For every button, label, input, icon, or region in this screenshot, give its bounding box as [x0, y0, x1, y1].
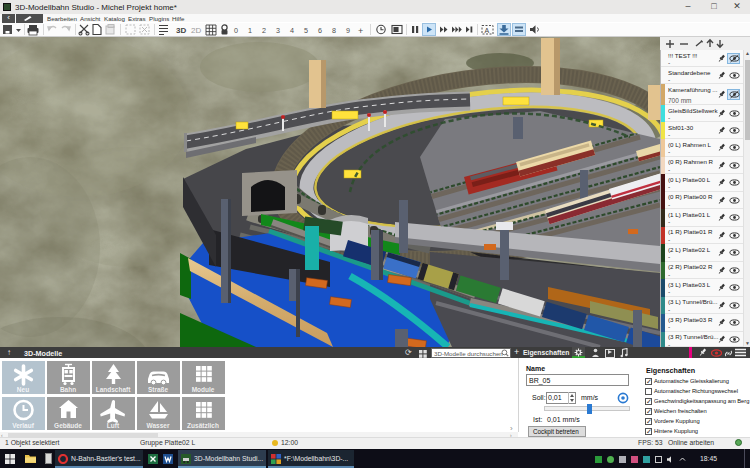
svg-text:8: 8 — [332, 26, 336, 35]
svg-text:9: 9 — [346, 26, 350, 35]
svg-text:2: 2 — [262, 26, 266, 35]
svg-text:3: 3 — [276, 26, 280, 35]
svg-text:A: A — [485, 27, 490, 34]
svg-text:+: + — [358, 26, 363, 36]
svg-text:2D: 2D — [191, 26, 201, 35]
svg-text:4: 4 — [290, 26, 294, 35]
svg-text:6: 6 — [318, 26, 322, 35]
svg-text:5: 5 — [304, 26, 308, 35]
svg-text:3D: 3D — [176, 26, 186, 35]
svg-text:0: 0 — [234, 26, 238, 35]
svg-text:1: 1 — [248, 26, 252, 35]
